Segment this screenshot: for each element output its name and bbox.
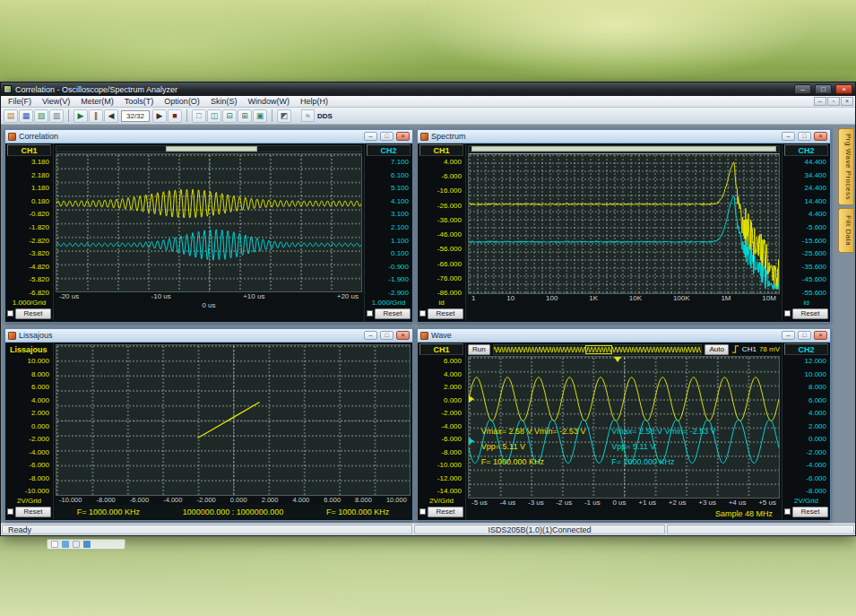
menu-item[interactable]: File(F): [3, 96, 37, 107]
x-axis-label: -3 us: [528, 499, 544, 508]
ch1-button[interactable]: CH1: [419, 343, 463, 355]
layout-cascade-icon[interactable]: ▣: [253, 109, 267, 123]
child-minimize-button[interactable]: –: [782, 331, 795, 340]
scale-tick: 0.000: [783, 436, 826, 443]
ch1-checkbox[interactable]: [419, 310, 426, 317]
scale-tick: -56.000: [418, 246, 462, 253]
child-maximize-button[interactable]: □: [798, 132, 811, 141]
stop-icon[interactable]: ■: [168, 109, 182, 123]
ch2-reset-button[interactable]: Reset: [792, 507, 828, 517]
scale-tick: 4.000: [5, 397, 49, 404]
correlation-titlebar[interactable]: Correlation – □ ×: [5, 130, 412, 143]
trigger-edge-icon[interactable]: [731, 345, 739, 353]
scrollbar-thumb[interactable]: [166, 146, 257, 152]
scale-tick: -5.820: [5, 276, 49, 283]
settings-icon[interactable]: ◩: [277, 109, 291, 123]
menu-item[interactable]: Option(O): [159, 96, 205, 107]
open-file-icon[interactable]: ▤: [4, 109, 18, 123]
trigger-position-marker[interactable]: [614, 357, 621, 362]
ratio-readout: 1000000.000 : 1000000.000: [183, 508, 284, 516]
print-icon[interactable]: ▥: [49, 109, 64, 123]
lissajous-checkbox[interactable]: [7, 508, 13, 515]
preview-highlight-box[interactable]: [585, 345, 612, 354]
child-minimize-button[interactable]: –: [364, 331, 377, 340]
ch2-button[interactable]: CH2: [784, 144, 828, 156]
mdi-minimize-icon[interactable]: –: [814, 97, 826, 106]
spectrum-plot[interactable]: [468, 153, 780, 294]
child-minimize-button[interactable]: –: [364, 132, 377, 141]
mdi-close-icon[interactable]: ×: [841, 97, 853, 106]
wave-plot[interactable]: Vmax= 2.58 V Vmin= -2.53 VVpp= 5.11 VF= …: [468, 356, 780, 499]
scale-tick: -46.000: [418, 231, 462, 239]
spectrum-scrollbar[interactable]: [468, 145, 780, 152]
lissajous-plot[interactable]: [56, 344, 411, 496]
ch2-checkbox[interactable]: [784, 310, 791, 317]
ch1-checkbox[interactable]: [7, 310, 13, 317]
taskbar-icon[interactable]: [62, 541, 69, 548]
child-close-button[interactable]: ×: [814, 331, 827, 340]
ch1-reset-button[interactable]: Reset: [428, 308, 463, 319]
taskbar-icon[interactable]: [83, 541, 91, 548]
lissajous-titlebar[interactable]: Lissajous – □ ×: [5, 329, 412, 343]
run-button[interactable]: Run: [468, 344, 490, 355]
export-image-icon[interactable]: ▧: [34, 109, 48, 123]
taskbar-icon[interactable]: [73, 541, 80, 548]
ch2-button[interactable]: CH2: [784, 343, 828, 355]
child-maximize-button[interactable]: □: [380, 331, 393, 340]
ch2-reset-button[interactable]: Reset: [375, 308, 411, 319]
layout-vertical-icon[interactable]: ⊟: [222, 109, 237, 123]
ch1-reset-button[interactable]: Reset: [15, 308, 51, 319]
next-frame-icon[interactable]: ▶: [152, 109, 167, 123]
child-close-button[interactable]: ×: [396, 331, 410, 340]
scale-tick: -6.000: [783, 475, 826, 482]
child-close-button[interactable]: ×: [396, 132, 410, 141]
menu-item[interactable]: View(V): [37, 96, 75, 107]
maximize-button[interactable]: □: [815, 84, 832, 94]
menu-item[interactable]: Window(W): [242, 96, 295, 107]
menu-item[interactable]: Tools(T): [119, 96, 160, 107]
menu-item[interactable]: Meter(M): [75, 96, 119, 107]
taskbar-icon[interactable]: [51, 541, 58, 548]
ch2-ground-marker[interactable]: [469, 438, 474, 445]
ch1-checkbox[interactable]: [419, 508, 426, 515]
spectrum-titlebar[interactable]: Spectrum – □ ×: [418, 130, 830, 143]
minimize-button[interactable]: –: [794, 84, 811, 94]
ch2-checkbox[interactable]: [367, 310, 373, 317]
ch1-button[interactable]: CH1: [419, 144, 463, 156]
layout-single-icon[interactable]: □: [192, 109, 206, 123]
child-minimize-button[interactable]: –: [782, 132, 795, 141]
layout-quad-icon[interactable]: ⊞: [238, 109, 252, 123]
waveform-preview-strip[interactable]: [493, 344, 703, 355]
correlation-plot[interactable]: [56, 153, 362, 292]
tab-filt-data[interactable]: Filt Data: [838, 208, 853, 253]
child-maximize-button[interactable]: □: [798, 331, 811, 340]
child-maximize-button[interactable]: □: [380, 132, 393, 141]
menu-item[interactable]: Skin(S): [205, 96, 243, 107]
ch1-ground-marker[interactable]: [469, 395, 474, 403]
ch2-button[interactable]: CH2: [367, 144, 411, 156]
auto-trigger-button[interactable]: Auto: [705, 344, 728, 355]
start-icon[interactable]: ▶: [73, 109, 88, 123]
scale-tick: -4.000: [5, 449, 49, 456]
prev-frame-icon[interactable]: ◀: [104, 109, 118, 123]
save-icon[interactable]: ▦: [19, 109, 33, 123]
child-close-button[interactable]: ×: [814, 132, 827, 141]
app-titlebar[interactable]: Correlation - Oscilloscope/Spectrum Anal…: [1, 82, 855, 96]
layout-horizontal-icon[interactable]: ◫: [207, 109, 221, 123]
mdi-restore-icon[interactable]: ▫: [827, 97, 840, 106]
ch1-button[interactable]: CH1: [7, 144, 51, 156]
scrollbar-thumb[interactable]: [471, 146, 775, 152]
x-axis-label: 1K: [589, 294, 598, 303]
wave-titlebar[interactable]: Wave – □ ×: [418, 329, 830, 343]
pause-icon[interactable]: ∥: [89, 109, 103, 123]
ch2-checkbox[interactable]: [784, 508, 791, 515]
ch1-reset-button[interactable]: Reset: [428, 507, 463, 517]
ch2-reset-button[interactable]: Reset: [792, 308, 828, 319]
menu-item[interactable]: Help(H): [295, 96, 333, 107]
dds-button[interactable]: ≈ DDS: [301, 109, 333, 122]
correlation-scrollbar[interactable]: [56, 145, 362, 152]
lissajous-reset-button[interactable]: Reset: [15, 507, 51, 517]
scale-tick: -45.600: [783, 276, 826, 283]
close-button[interactable]: ×: [835, 84, 852, 94]
tab-prg-wave-process[interactable]: Prg Wave Process: [838, 128, 853, 205]
